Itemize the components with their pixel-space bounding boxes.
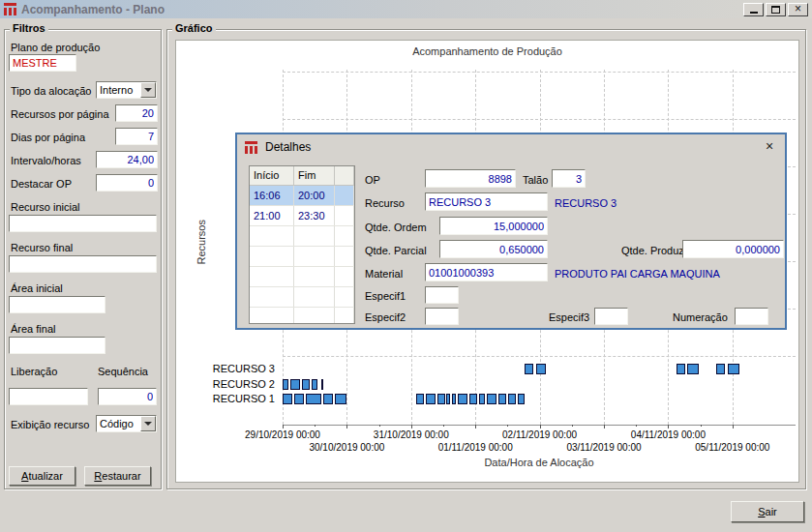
gantt-bar[interactable] (321, 379, 323, 390)
gantt-bar[interactable] (728, 364, 739, 374)
x-minor-tick-mark (443, 425, 444, 427)
cell-fim[interactable]: 20:00 (294, 186, 335, 205)
qtde-ordem-label: Qtde. Ordem (365, 222, 427, 233)
exibicao-recurso-select[interactable]: Código (96, 415, 157, 432)
dias-por-pagina-input[interactable] (115, 128, 158, 145)
liberacao-input[interactable] (9, 388, 88, 405)
atualizar-button[interactable]: Atualizar (9, 466, 75, 486)
table-row-empty (250, 226, 354, 247)
recurso-input[interactable] (425, 192, 548, 211)
gantt-bar[interactable] (687, 364, 699, 374)
gantt-bar[interactable] (458, 394, 467, 404)
qtde-parcial-input[interactable] (439, 240, 548, 258)
gantt-bar[interactable] (536, 364, 546, 374)
cell-inicio[interactable]: 16:06 (250, 186, 294, 205)
especif2-input[interactable] (425, 308, 459, 325)
gantt-bar[interactable] (677, 364, 685, 374)
sequencia-input[interactable] (98, 388, 157, 405)
qtde-produzida-input[interactable] (682, 240, 784, 258)
material-description: PRODUTO PAI CARGA MAQUINA (555, 268, 720, 280)
column-header-inicio: Início (250, 166, 294, 185)
recurso-inicial-input[interactable] (9, 215, 157, 232)
chevron-down-icon (144, 422, 152, 429)
column-header-blank (335, 166, 354, 185)
minimize-button[interactable] (743, 3, 764, 16)
gantt-bar[interactable] (518, 394, 525, 404)
recurso-description: RECURSO 3 (555, 197, 617, 209)
plano-producao-input[interactable] (9, 54, 76, 72)
gantt-bar[interactable] (283, 379, 288, 390)
x-minor-tick-mark (507, 425, 508, 427)
window-titlebar[interactable]: Acompanhamento - Plano × (0, 0, 812, 18)
gantt-bar[interactable] (416, 394, 424, 404)
talao-input[interactable] (552, 169, 586, 188)
filters-group: Filtros Plano de produção Tipo da alocaç… (4, 29, 162, 489)
gantt-bar[interactable] (525, 364, 533, 374)
material-label: Material (365, 268, 403, 280)
tipo-alocacao-select[interactable]: Interno (96, 81, 157, 99)
destacar-op-input[interactable] (96, 174, 158, 192)
table-row[interactable]: 16:06 20:00 (250, 186, 354, 206)
area-final-input[interactable] (9, 337, 105, 354)
liberacao-label: Liberação (11, 366, 57, 377)
dialog-close-button[interactable]: × (762, 138, 777, 154)
x-tick-mark (475, 425, 476, 429)
gantt-bar[interactable] (426, 394, 436, 404)
schedule-table: Início Fim 16:06 20:00 21:00 23:30 (249, 165, 355, 324)
exibicao-recurso-dropdown-button[interactable] (140, 416, 156, 431)
gantt-bar[interactable] (479, 394, 485, 404)
material-input[interactable] (425, 263, 548, 281)
especif2-label: Especif2 (365, 311, 406, 323)
recurso-final-input[interactable] (9, 255, 157, 273)
qtde-ordem-input[interactable] (439, 217, 548, 235)
x-tick-mark (346, 425, 347, 429)
gantt-bar[interactable] (498, 394, 506, 404)
gantt-bar[interactable] (323, 394, 333, 404)
especif3-input[interactable] (594, 308, 628, 325)
cell-fim[interactable]: 23:30 (294, 206, 335, 225)
gantt-bar[interactable] (716, 364, 725, 374)
gantt-bar[interactable] (469, 394, 477, 404)
area-inicial-label: Área inicial (11, 282, 63, 294)
gantt-bar[interactable] (437, 394, 445, 404)
gantt-bar[interactable] (335, 394, 346, 404)
numeracao-label: Numeração (673, 311, 728, 323)
resource-label: RECURSO 1 (176, 394, 279, 404)
gantt-bar[interactable] (446, 394, 450, 404)
gantt-bar[interactable] (508, 394, 516, 404)
maximize-button[interactable] (766, 3, 786, 16)
close-button[interactable]: × (788, 3, 808, 16)
especif1-input[interactable] (425, 286, 459, 304)
restaurar-button[interactable]: Restaurar (84, 466, 151, 486)
recurso-label: Recurso (365, 197, 405, 209)
recurso-inicial-label: Recurso inicial (11, 201, 80, 213)
qtde-parcial-label: Qtde. Parcial (365, 245, 427, 256)
sair-button[interactable]: Sair (731, 501, 804, 522)
numeracao-input[interactable] (735, 308, 768, 325)
gantt-bar[interactable] (283, 394, 292, 404)
especif1-label: Especif1 (365, 290, 406, 302)
cell-inicio[interactable]: 21:00 (250, 206, 294, 225)
maximize-icon (771, 6, 780, 14)
gantt-bar[interactable] (452, 394, 456, 404)
x-tick-label: 02/11/2019 00:00 (496, 429, 585, 440)
table-row-empty (250, 287, 354, 308)
gantt-bar[interactable] (306, 394, 321, 404)
op-input[interactable] (425, 169, 516, 188)
gantt-bar[interactable] (290, 379, 300, 390)
gantt-bar[interactable] (312, 379, 317, 390)
plano-producao-label: Plano de produção (11, 42, 100, 53)
gantt-bar[interactable] (294, 394, 304, 404)
tipo-alocacao-dropdown-button[interactable] (140, 82, 156, 98)
gridline-horizontal (283, 72, 796, 73)
detalhes-titlebar[interactable]: Detalhes × (237, 134, 785, 160)
chart-group-label: Gráfico (172, 22, 216, 34)
especif3-label: Especif3 (549, 311, 589, 323)
intervalo-horas-input[interactable] (96, 151, 158, 168)
recursos-por-pagina-input[interactable] (115, 104, 158, 122)
x-tick-label: 31/10/2019 00:00 (367, 429, 456, 440)
table-row[interactable]: 21:00 23:30 (250, 206, 354, 226)
gantt-bar[interactable] (302, 379, 310, 390)
gantt-bar[interactable] (487, 394, 496, 404)
area-inicial-input[interactable] (9, 296, 105, 313)
